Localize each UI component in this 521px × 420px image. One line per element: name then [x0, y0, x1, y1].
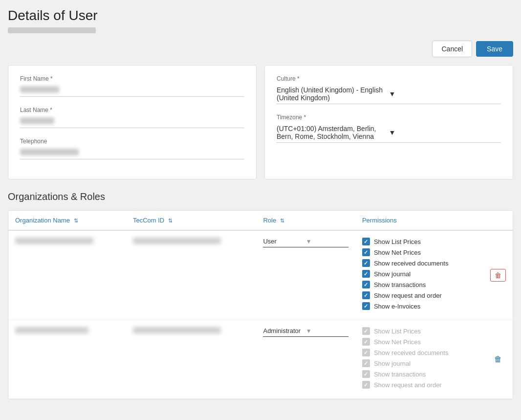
organizations-table: Organization Name ⇅ TecCom ID ⇅ Role ⇅ P…: [8, 211, 513, 399]
permission-item: Show request and order: [362, 291, 477, 299]
timezone-dropdown-icon: ▼: [389, 129, 501, 136]
permission-item: Show Net Prices: [362, 248, 477, 256]
timezone-group: Timezone * (UTC+01:00) Amsterdam, Berlin…: [277, 114, 501, 143]
section-title: Organizations & Roles: [8, 191, 513, 202]
permission-checkbox[interactable]: [362, 238, 370, 245]
permission-label: Show journal: [374, 360, 411, 367]
culture-label: Culture *: [277, 75, 501, 82]
header-actions: Cancel Save: [8, 41, 513, 57]
left-panel: First Name * Last Name * Telephone: [8, 65, 257, 179]
first-name-label: First Name *: [20, 75, 244, 82]
teccom-id-cell: [126, 230, 257, 320]
permission-checkbox[interactable]: [362, 281, 370, 288]
permission-checkbox[interactable]: [362, 302, 370, 310]
telephone-label: Telephone: [20, 138, 244, 145]
timezone-label: Timezone *: [277, 114, 501, 121]
culture-select[interactable]: English (United Kingdom) - English (Unit…: [277, 84, 501, 104]
permission-checkbox: [362, 381, 370, 389]
organizations-table-container: Organization Name ⇅ TecCom ID ⇅ Role ⇅ P…: [8, 210, 513, 399]
right-panel: Culture * English (United Kingdom) - Eng…: [264, 65, 513, 179]
permission-label: Show List Prices: [374, 238, 421, 245]
permission-checkbox[interactable]: [362, 291, 370, 299]
permission-item: Show request and order: [362, 381, 477, 389]
col-actions: [483, 211, 513, 230]
culture-group: Culture * English (United Kingdom) - Eng…: [277, 75, 501, 104]
permission-label: Show Net Prices: [374, 249, 421, 256]
telephone-group: Telephone: [20, 138, 244, 159]
telephone-value: [20, 149, 79, 155]
org-name-blurred: [15, 327, 88, 333]
timezone-select[interactable]: (UTC+01:00) Amsterdam, Berlin, Bern, Rom…: [277, 123, 501, 143]
delete-row-button[interactable]: 🗑: [490, 269, 506, 282]
permission-item: Show received documents: [362, 259, 477, 267]
permission-checkbox[interactable]: [362, 259, 370, 267]
teccom-id-blurred: [133, 238, 221, 244]
permission-item: Show List Prices: [362, 327, 477, 335]
cancel-button[interactable]: Cancel: [432, 41, 472, 57]
permission-label: Show received documents: [374, 349, 448, 356]
culture-dropdown-icon: ▼: [389, 90, 501, 98]
action-cell: 🗑: [483, 230, 513, 320]
permission-item: Show transactions: [362, 370, 477, 378]
permission-checkbox: [362, 370, 370, 378]
table-header-row: Organization Name ⇅ TecCom ID ⇅ Role ⇅ P…: [8, 211, 513, 230]
permission-item: Show e-Invoices: [362, 302, 477, 310]
permission-item: Show List Prices: [362, 238, 477, 245]
permission-checkbox: [362, 349, 370, 356]
permission-label: Show request and order: [374, 381, 442, 389]
role-dropdown-icon: ▼: [306, 238, 348, 245]
permission-label: Show journal: [374, 270, 411, 278]
col-permissions: Permissions: [355, 211, 483, 230]
org-name-blurred: [15, 238, 93, 244]
sort-org-name-icon: ⇅: [74, 218, 78, 223]
save-button[interactable]: Save: [476, 41, 513, 57]
form-panels: First Name * Last Name * Telephone Cultu…: [8, 65, 513, 179]
teccom-id-cell: [126, 320, 257, 399]
permission-checkbox[interactable]: [362, 270, 370, 278]
role-dropdown-icon: ▼: [306, 328, 348, 334]
role-select[interactable]: Administrator▼: [263, 327, 348, 337]
permission-label: Show e-Invoices: [374, 303, 420, 310]
permission-label: Show request and order: [374, 292, 442, 299]
permission-checkbox[interactable]: [362, 248, 370, 256]
role-cell: Administrator▼: [256, 320, 355, 399]
permission-label: Show Net Prices: [374, 338, 421, 346]
last-name-label: Last Name *: [20, 107, 244, 113]
permission-checkbox: [362, 338, 370, 346]
permission-label: Show received documents: [374, 260, 448, 267]
teccom-id-blurred: [133, 327, 221, 333]
col-org-name[interactable]: Organization Name ⇅: [8, 211, 126, 230]
permission-item: Show transactions: [362, 281, 477, 288]
permission-item: Show journal: [362, 359, 477, 367]
col-role[interactable]: Role ⇅: [256, 211, 355, 230]
sort-role-icon: ⇅: [280, 218, 284, 223]
permission-item: Show Net Prices: [362, 338, 477, 346]
permission-label: Show List Prices: [374, 328, 421, 335]
permission-checkbox: [362, 359, 370, 367]
sort-teccom-icon: ⇅: [168, 218, 173, 223]
role-cell: User▼: [256, 230, 355, 320]
permission-label: Show transactions: [374, 371, 426, 378]
page-title: Details of User: [8, 8, 513, 23]
permissions-cell: Show List PricesShow Net PricesShow rece…: [355, 320, 483, 399]
table-row: User▼Show List PricesShow Net PricesShow…: [8, 230, 513, 320]
col-teccom-id[interactable]: TecCom ID ⇅: [126, 211, 257, 230]
permission-item: Show journal: [362, 270, 477, 278]
first-name-group: First Name *: [20, 75, 244, 97]
first-name-value: [20, 86, 59, 93]
delete-row-button-secondary[interactable]: 🗑: [490, 353, 506, 366]
permissions-cell: Show List PricesShow Net PricesShow rece…: [355, 230, 483, 320]
user-email: [8, 27, 96, 33]
role-select[interactable]: User▼: [263, 238, 348, 247]
org-name-cell: [8, 230, 126, 320]
table-row: Administrator▼Show List PricesShow Net P…: [8, 320, 513, 399]
permission-label: Show transactions: [374, 281, 426, 288]
organizations-section: Organizations & Roles Organization Name …: [8, 191, 513, 399]
org-name-cell: [8, 320, 126, 399]
permission-item: Show received documents: [362, 349, 477, 356]
last-name-value: [20, 117, 54, 124]
permission-checkbox: [362, 327, 370, 335]
action-cell: 🗑: [483, 320, 513, 399]
last-name-group: Last Name *: [20, 107, 244, 128]
